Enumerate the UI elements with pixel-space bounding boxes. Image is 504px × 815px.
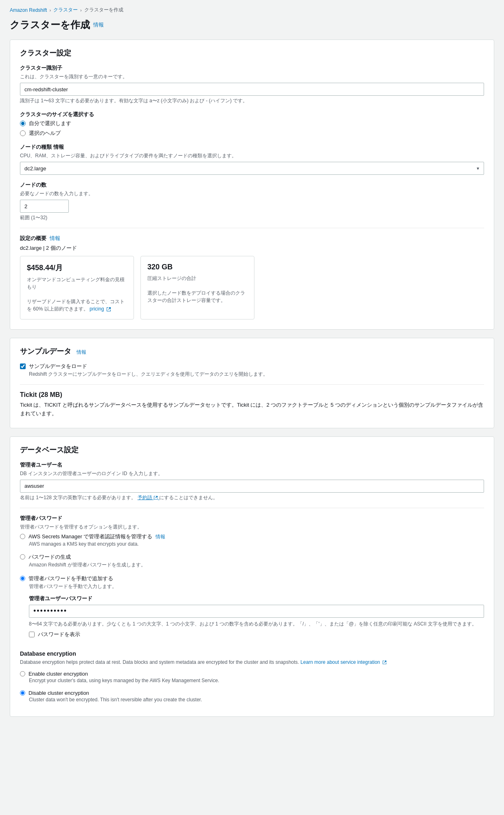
tickit-title: Tickit (28 MB) [20,391,484,399]
page-wrapper: Amazon Redshift › クラスター › クラスターを作成 クラスター… [0,0,504,741]
sample-data-checkbox-label: サンプルデータをロード [29,363,268,370]
summary-section: 設定の概要 情報 dc2.large | 2 個のノード $458.44/月 オ… [20,235,484,319]
password-secrets-radio[interactable] [20,534,25,539]
settings-divider [20,228,484,228]
sample-data-checkbox-item[interactable]: サンプルデータをロード Redshift クラスターにサンプルデータをロードし、… [20,363,484,378]
storage-desc-line2: 選択したノード数をデプロイする場合のクラスターの合計ストレージ容量です。 [147,290,245,303]
password-option-manual: 管理者パスワードを手動で追加する 管理者パスワードを手動で入力します。 管理者ユ… [20,575,484,638]
password-secrets-label: AWS Secrets Manager で管理者認証情報を管理する 情報 [28,533,165,540]
admin-password-field: 管理者パスワード 管理者パスワードを管理するオプションを選択します。 AWS S… [20,515,484,642]
encryption-desc-text: Database encryption helps protect data a… [20,659,299,665]
cost-desc: オンデマンドコンピューティング料金の見積もり リザーブドノードを購入することで、… [27,276,127,313]
reserved-word-link[interactable]: 予約語 [138,495,160,500]
admin-password-input[interactable] [29,605,484,618]
breadcrumb-cluster[interactable]: クラスター [53,7,78,13]
breadcrumb-sep-1: › [49,8,51,13]
password-manual-radio[interactable] [20,576,25,581]
cost-price: $458.44/月 [27,263,127,273]
password-option-generate: パスワードの生成 Amazon Redshift が管理者パスワードを生成します… [20,553,484,568]
show-password-checkbox[interactable] [29,632,35,637]
sample-data-checkbox-desc: Redshift クラスターにサンプルデータをロードし、クエリエディタを使用して… [29,371,268,378]
node-type-select[interactable]: dc2.large dc2.8xlarge ra3.xlplus ra3.4xl… [20,162,484,175]
encryption-enable-option: Enable cluster encryption Encrypt your c… [20,671,484,683]
admin-username-input[interactable] [20,480,484,493]
password-secrets-sublabel: AWS manages a KMS key that encrypts your… [29,541,484,547]
admin-username-validation: 名前は 1〜128 文字の英数字にする必要があります。 予約語 にすることはでき… [20,494,484,501]
encryption-enable-label: Enable cluster encryption [28,671,88,677]
cluster-id-desc: これは、クラスターを識別する一意のキーです。 [20,73,484,80]
encryption-learn-more-link[interactable]: Learn more about service integration [300,659,380,665]
node-type-field: ノードの種類 情報 CPU、RAM、ストレージ容量、およびドライブタイプの要件を… [20,143,484,175]
password-secrets-info[interactable]: 情報 [156,534,165,540]
cost-cards: $458.44/月 オンデマンドコンピューティング料金の見積もり リザーブドノー… [20,256,484,319]
node-type-select-wrapper: dc2.large dc2.8xlarge ra3.xlplus ra3.4xl… [20,162,484,175]
cluster-size-help-radio[interactable] [20,130,26,136]
tickit-desc: Tickit は、TICKIT と呼ばれるサンプルデータベースを使用するサンプル… [20,401,484,418]
password-manual-row[interactable]: 管理者パスワードを手動で追加する [20,575,484,582]
password-manual-sublabel: 管理者パスワードを手動で入力します。 [29,583,484,590]
cost-desc-line1: オンデマンドコンピューティング料金の見積もり [27,277,125,290]
sample-data-card: サンプルデータ 情報 サンプルデータをロード Redshift クラスターにサン… [10,338,494,428]
cost-card: $458.44/月 オンデマンドコンピューティング料金の見積もり リザーブドノー… [20,256,134,319]
password-validation-text: 8〜64 文字である必要があります。少なくとも 1 つの大文字、1 つの小文字、… [29,620,484,628]
sample-data-title: サンプルデータ 情報 [20,346,484,356]
password-generate-row[interactable]: パスワードの生成 [20,553,484,561]
node-type-info[interactable]: 情報 [53,144,64,150]
summary-value: dc2.large | 2 個のノード [20,244,484,252]
admin-username-label: 管理者ユーザー名 [20,461,484,469]
cluster-size-self-radio[interactable] [20,121,26,126]
node-count-range: 範囲 (1〜32) [20,214,484,221]
encryption-disable-radio[interactable] [20,690,25,696]
page-title-text: クラスターを作成 [10,18,90,31]
encryption-section: Database encryption Database encryption … [20,650,484,707]
password-generate-radio[interactable] [20,554,25,559]
encryption-external-icon [382,660,387,665]
summary-info-link[interactable]: 情報 [50,235,60,242]
password-manual-label: 管理者パスワードを手動で追加する [28,575,113,582]
sample-data-checkbox[interactable] [20,363,26,369]
cluster-id-validation: 識別子は 1〜63 文字にする必要があります。有効な文字は a〜z (小文字のみ… [20,97,484,104]
encryption-title: Database encryption [20,650,484,657]
breadcrumb-sep-2: › [80,8,82,13]
admin-username-validation-suffix: にすることはできません。 [159,495,218,500]
node-type-label: ノードの種類 情報 [20,143,484,151]
sample-data-checkbox-labels: サンプルデータをロード Redshift クラスターにサンプルデータをロードし、… [29,363,268,378]
encryption-disable-row[interactable]: Disable cluster encryption [20,690,484,696]
node-type-desc: CPU、RAM、ストレージ容量、およびドライブタイプの要件を満たすノードの種類を… [20,152,484,159]
breadcrumb: Amazon Redshift › クラスター › クラスターを作成 [10,7,494,13]
breadcrumb-redshift[interactable]: Amazon Redshift [10,7,47,13]
encryption-enable-row[interactable]: Enable cluster encryption [20,671,484,677]
page-title: クラスターを作成 情報 [10,18,494,31]
cluster-id-label: クラスター識別子 [20,64,484,72]
admin-username-validation-prefix: 名前は 1〜128 文字の英数字にする必要があります。 [20,495,136,500]
password-secrets-row[interactable]: AWS Secrets Manager で管理者認証情報を管理する 情報 [20,533,484,540]
sample-data-title-text: サンプルデータ [20,347,71,355]
cluster-id-input[interactable] [20,83,484,96]
sample-data-info-link[interactable]: 情報 [77,349,86,355]
admin-username-desc: DB インスタンスの管理者ユーザーのログイン ID を入力します。 [20,470,484,477]
sample-data-divider [20,384,484,385]
cluster-size-radio-group: 自分で選択します 選択のヘルプ [20,120,484,137]
password-field-wrapper: 管理者ユーザーパスワード 8〜64 文字である必要があります。少なくとも 1 つ… [29,595,484,638]
node-type-label-text: ノードの種類 [20,144,52,150]
encryption-enable-radio[interactable] [20,671,25,676]
page-info-link[interactable]: 情報 [93,21,104,29]
password-generate-label: パスワードの生成 [28,553,71,561]
pricing-link[interactable]: pricing [90,306,104,312]
reserved-word-external-icon [153,496,158,500]
summary-label-text: 設定の概要 [20,235,46,242]
encryption-disable-label: Disable cluster encryption [28,690,89,696]
cluster-size-self-option[interactable]: 自分で選択します [20,120,484,127]
admin-username-field: 管理者ユーザー名 DB インスタンスの管理者ユーザーのログイン ID を入力しま… [20,461,484,501]
encryption-desc: Database encryption helps protect data a… [20,659,484,666]
database-settings-card: データベース設定 管理者ユーザー名 DB インスタンスの管理者ユーザーのログイン… [10,436,494,717]
password-generate-sublabel: Amazon Redshift が管理者パスワードを生成します。 [29,562,484,568]
storage-card: 320 GB 圧縮ストレージの合計 選択したノード数をデプロイする場合のクラスタ… [140,256,254,319]
pricing-external-icon [106,307,111,312]
cluster-size-help-option[interactable]: 選択のヘルプ [20,130,484,137]
cluster-settings-title-text: クラスター設定 [20,49,71,57]
password-field-label: 管理者ユーザーパスワード [29,595,484,602]
node-count-input[interactable] [20,200,69,213]
reserved-word-link-text: 予約語 [138,495,152,500]
summary-label: 設定の概要 情報 [20,235,484,242]
